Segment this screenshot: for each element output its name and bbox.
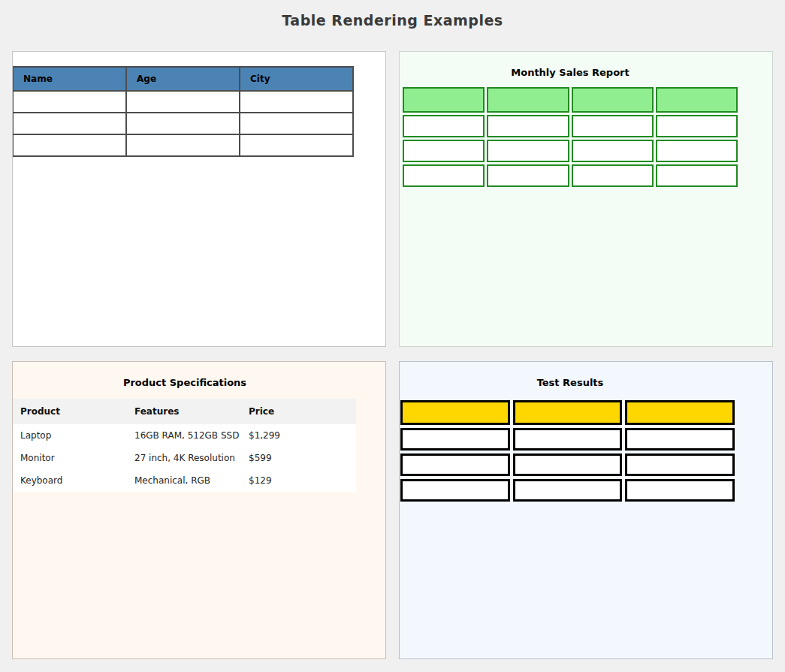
table-cell	[572, 140, 654, 162]
panel-test-results: Test Results	[399, 361, 773, 659]
table-cell	[625, 454, 735, 476]
table-row	[400, 479, 735, 502]
column-header-features: Features	[126, 399, 240, 424]
header-cell	[400, 400, 510, 425]
table-cell	[487, 164, 569, 187]
table-row	[400, 454, 735, 476]
table-row	[13, 113, 353, 134]
table-cell	[487, 115, 569, 137]
table-cell	[625, 428, 735, 451]
product-specifications-title: Product Specifications	[13, 377, 357, 388]
table-header-row: Name Age City	[13, 67, 353, 91]
product-price-cell: $1,299	[240, 424, 356, 447]
table-row	[403, 164, 738, 187]
table-header-row	[400, 400, 735, 425]
column-header-price: Price	[240, 399, 356, 424]
table-header-row: Product Features Price	[12, 399, 356, 424]
test-results-table	[399, 397, 738, 505]
table-cell	[403, 164, 485, 187]
product-price-cell: $599	[240, 447, 356, 469]
table-cell	[400, 428, 510, 451]
table-row	[403, 140, 738, 162]
table-cell	[513, 454, 623, 476]
table-cell	[572, 164, 654, 187]
header-cell	[572, 87, 654, 113]
table-row: Monitor 27 inch, 4K Resolution $599	[12, 447, 356, 469]
table-row	[400, 428, 735, 451]
column-header-product: Product	[12, 399, 126, 424]
column-header-city: City	[240, 67, 353, 91]
header-cell	[625, 400, 735, 425]
table-cell	[126, 134, 240, 156]
table-row: Keyboard Mechanical, RGB $129	[12, 469, 356, 492]
product-name-cell: Keyboard	[12, 469, 126, 492]
table-header-row	[403, 87, 738, 113]
product-features-cell: Mechanical, RGB	[126, 469, 240, 492]
table-cell	[513, 428, 623, 451]
header-cell	[487, 87, 569, 113]
test-results-title: Test Results	[400, 377, 740, 388]
table-cell	[656, 164, 738, 187]
table-row	[13, 134, 353, 156]
product-features-cell: 27 inch, 4K Resolution	[126, 447, 240, 469]
page-title: Table Rendering Examples	[0, 12, 785, 29]
table-cell	[13, 113, 126, 134]
panel-product-specifications: Product Specifications Product Features …	[12, 361, 386, 659]
table-cell	[572, 115, 654, 137]
table-cell	[487, 140, 569, 162]
product-features-cell: 16GB RAM, 512GB SSD	[126, 424, 240, 447]
monthly-sales-table	[400, 85, 740, 189]
table-cell	[126, 91, 240, 113]
table-cell	[13, 91, 126, 113]
column-header-name: Name	[13, 67, 126, 91]
product-name-cell: Laptop	[12, 424, 126, 447]
header-cell	[513, 400, 623, 425]
table-cell	[656, 115, 738, 137]
table-cell	[403, 115, 485, 137]
table-cell	[126, 113, 240, 134]
table-cell	[240, 113, 353, 134]
panel-basic-table: Name Age City	[12, 51, 386, 347]
table-cell	[513, 479, 623, 502]
figure-canvas: { "page": { "title": "Table Rendering Ex…	[0, 0, 785, 672]
table-row: Laptop 16GB RAM, 512GB SSD $1,299	[12, 424, 356, 447]
table-cell	[240, 134, 353, 156]
table-cell	[625, 479, 735, 502]
column-header-age: Age	[126, 67, 240, 91]
header-cell	[403, 87, 485, 113]
basic-table: Name Age City	[12, 66, 354, 157]
table-cell	[400, 454, 510, 476]
table-cell	[656, 140, 738, 162]
table-cell	[403, 140, 485, 162]
product-specifications-table: Product Features Price Laptop 16GB RAM, …	[12, 399, 356, 492]
table-row	[403, 115, 738, 137]
product-price-cell: $129	[240, 469, 356, 492]
panel-monthly-sales-report: Monthly Sales Report	[399, 51, 773, 347]
table-cell	[240, 91, 353, 113]
product-name-cell: Monitor	[12, 447, 126, 469]
table-cell	[13, 134, 126, 156]
header-cell	[656, 87, 738, 113]
table-row	[13, 91, 353, 113]
sales-report-title: Monthly Sales Report	[400, 67, 740, 78]
table-cell	[400, 479, 510, 502]
